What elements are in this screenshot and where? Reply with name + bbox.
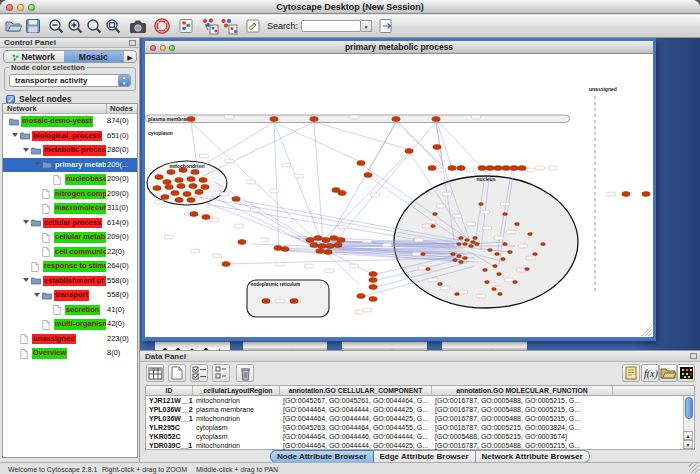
node-label-box[interactable] <box>155 200 164 204</box>
search-input[interactable] <box>301 20 361 32</box>
graph-node[interactable] <box>471 241 476 244</box>
annotation-button[interactable] <box>243 17 262 36</box>
graph-node[interactable] <box>338 191 346 196</box>
open-button[interactable] <box>4 17 23 36</box>
graph-node[interactable] <box>510 166 518 171</box>
expander-icon[interactable] <box>34 293 40 297</box>
node-label-box[interactable] <box>235 224 244 228</box>
column-header[interactable]: annotation.GO MOLECULAR_FUNCTION <box>432 386 613 396</box>
select-attrs-button[interactable] <box>190 364 208 382</box>
minimized-window[interactable] <box>155 341 230 350</box>
graph-node[interactable] <box>475 243 480 246</box>
resize-grip[interactable] <box>689 463 699 473</box>
graph-node[interactable] <box>428 166 436 171</box>
graph-node[interactable] <box>457 166 465 171</box>
graph-node[interactable] <box>501 258 506 261</box>
graph-node[interactable] <box>493 265 498 268</box>
new-button[interactable] <box>168 364 186 382</box>
graph-node[interactable] <box>163 180 171 185</box>
tree-row[interactable]: metabolic process280(0) <box>3 143 137 158</box>
node-label-box[interactable] <box>225 115 234 119</box>
zoom-out-button[interactable] <box>47 17 66 36</box>
node-label-box[interactable] <box>467 168 476 172</box>
tree-row[interactable]: nucleobase-209(0) <box>3 172 137 187</box>
node-label-box[interactable] <box>415 238 424 242</box>
graph-node[interactable] <box>431 225 436 228</box>
graph-node[interactable] <box>426 268 431 271</box>
scroll-up-button[interactable]: ▲ <box>683 431 693 440</box>
graph-node[interactable] <box>183 192 191 197</box>
minimized-window[interactable] <box>442 341 527 350</box>
node-label-box[interactable] <box>282 163 291 167</box>
graph-node[interactable] <box>369 278 377 283</box>
expander-icon[interactable] <box>34 162 40 166</box>
node-label-box[interactable] <box>355 310 364 314</box>
node-label-box[interactable] <box>477 294 486 298</box>
graph-node[interactable] <box>314 236 322 241</box>
node-label-box[interactable] <box>383 243 392 247</box>
node-label-box[interactable] <box>429 278 438 282</box>
table-row[interactable]: YKR052Ccytoplasm[GO:0044464, GO:0044446,… <box>146 432 694 441</box>
expander-icon[interactable] <box>23 220 29 224</box>
graph-node[interactable] <box>179 168 187 173</box>
graph-node[interactable] <box>405 149 413 154</box>
graph-node[interactable] <box>316 249 324 254</box>
graph-node[interactable] <box>189 184 197 189</box>
node-label-box[interactable] <box>507 230 516 234</box>
notepad-button[interactable] <box>622 364 640 382</box>
node-label-box[interactable] <box>549 166 558 170</box>
graph-node[interactable] <box>513 281 518 284</box>
float-panel-icon[interactable] <box>129 40 136 46</box>
node-label-box[interactable] <box>276 262 285 266</box>
graph-node[interactable] <box>191 170 199 175</box>
graph-node[interactable] <box>187 198 195 203</box>
graph-node[interactable] <box>525 268 530 271</box>
graph-node[interactable] <box>433 213 438 216</box>
graph-node[interactable] <box>463 257 468 260</box>
table-row[interactable]: YPL036W__2plasma membrane[GO:0044464, GO… <box>146 405 694 414</box>
graph-node[interactable] <box>473 237 478 240</box>
node-label-box[interactable] <box>339 225 348 229</box>
node-label-box[interactable] <box>350 115 359 119</box>
node-label-box[interactable] <box>443 192 452 196</box>
node-label-box[interactable] <box>437 204 446 208</box>
node-label-box[interactable] <box>536 166 545 170</box>
graph-node[interactable] <box>457 255 462 258</box>
node-label-box[interactable] <box>437 168 446 172</box>
graph-node[interactable] <box>357 161 365 166</box>
graph-node[interactable] <box>518 166 526 171</box>
graph-node[interactable] <box>492 288 497 291</box>
search-dropdown-arrow[interactable]: ▼ <box>361 20 372 32</box>
node-label-box[interactable] <box>501 202 510 206</box>
graph-node[interactable] <box>448 166 456 171</box>
column-header[interactable]: annotation.GO CELLULAR_COMPONENT <box>280 386 432 396</box>
expander-icon[interactable] <box>23 278 29 282</box>
node-label-box[interactable] <box>467 222 476 226</box>
graph-node[interactable] <box>310 243 318 248</box>
tree-row[interactable]: primary metabo209(... <box>3 158 137 173</box>
graph-node[interactable] <box>238 240 246 245</box>
graph-node[interactable] <box>222 262 230 267</box>
graph-node[interactable] <box>485 281 490 284</box>
graph-node[interactable] <box>515 223 520 226</box>
expander-icon[interactable] <box>12 133 18 137</box>
node-label-box[interactable] <box>200 154 209 158</box>
graph-node[interactable] <box>232 197 240 202</box>
window-titlebar[interactable]: Cytoscape Desktop (New Session) <box>0 0 700 14</box>
node-label-box[interactable] <box>517 268 526 272</box>
graph-node[interactable] <box>326 244 334 249</box>
layout-a-button[interactable] <box>200 17 219 36</box>
scrollbar-thumb[interactable] <box>685 397 693 419</box>
table-row[interactable]: YJR121W__1mitochondrion[GO:0045267, GO:0… <box>146 396 694 405</box>
unselect-attrs-button[interactable] <box>212 364 230 382</box>
graph-node[interactable] <box>528 233 533 236</box>
network-window[interactable]: primary metabolic process plasma membran… <box>142 38 656 341</box>
graph-node[interactable] <box>622 192 630 197</box>
graph-node[interactable] <box>201 185 209 190</box>
graph-node[interactable] <box>195 190 203 195</box>
tab-network[interactable]: Network <box>4 51 64 62</box>
graph-node[interactable] <box>432 117 440 122</box>
help-button[interactable] <box>152 17 171 36</box>
node-label-box[interactable] <box>210 218 219 222</box>
graph-node[interactable] <box>421 253 426 256</box>
